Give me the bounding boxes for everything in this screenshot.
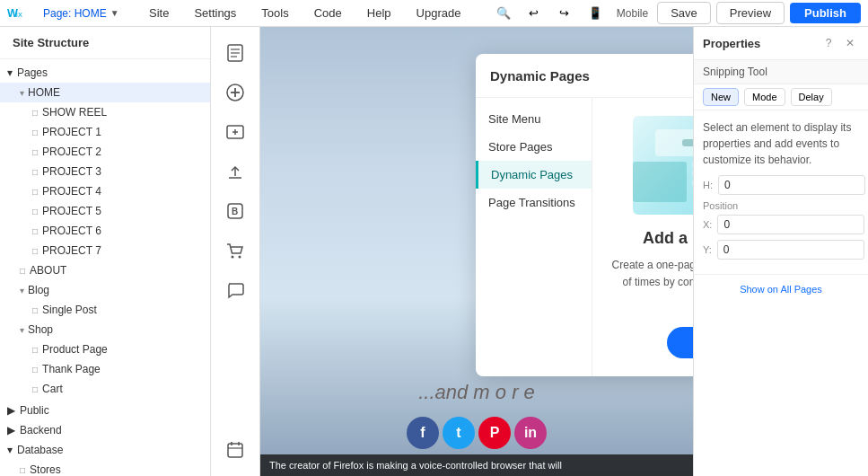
calendar-btn[interactable] [216,431,254,469]
h-label: H: [703,180,713,190]
instagram-icon[interactable]: in [514,417,547,449]
pages-expand-icon: ▾ [7,66,13,79]
page-icon-thankyou: □ [32,365,38,375]
page-icon-cart: □ [32,384,38,394]
nav-settings[interactable]: Settings [181,0,249,27]
sidebar-item-blog[interactable]: ▾ Blog [0,280,210,300]
publish-button[interactable]: Publish [790,3,861,23]
modal-main-title: Add a Dynamic Page [610,229,693,248]
nav-code[interactable]: Code [302,0,355,27]
save-button[interactable]: Save [657,2,711,24]
properties-title: Properties [703,37,760,50]
sidebar-item-about[interactable]: □ ABOUT [0,260,210,280]
nav-upgrade[interactable]: Upgrade [404,0,474,27]
mode-btn[interactable]: Mode [744,88,785,106]
snipping-tool-bar: Snipping Tool [694,60,868,84]
svg-rect-18 [228,444,242,457]
page-icon-p6: □ [32,226,38,236]
icon-toolbar: B [211,27,260,476]
chevron-down-icon[interactable]: ▼ [110,8,119,18]
sidebar-item-project7[interactable]: □ PROJECT 7 [0,241,210,260]
page-icon-p5: □ [32,207,38,216]
sidebar-item-database[interactable]: ▾ Database [0,440,210,460]
main-layout: Site Structure ▾ Pages ▾ HOME □ SHOW REE… [0,27,868,476]
shop-expand-icon: ▾ [20,325,24,335]
show-all-pages-label[interactable]: Show on All Pages [740,284,822,295]
blog-expand-icon: ▾ [20,286,24,295]
modal-nav-store-pages[interactable]: Store Pages [476,133,592,161]
page-icon-p1: □ [32,128,38,137]
sidebar-item-home[interactable]: ▾ HOME [0,83,210,102]
modal-nav-site-menu[interactable]: Site Menu [476,105,592,133]
sidebar-item-public[interactable]: ▶ Public [0,401,210,420]
sidebar-item-thank-you[interactable]: □ Thank Page [0,359,210,379]
blog-btn[interactable]: B [216,192,254,230]
chat-btn[interactable] [216,271,254,309]
page-name-link[interactable]: HOME [75,7,107,20]
upload-btn[interactable] [216,153,254,190]
sidebar-item-project2[interactable]: □ PROJECT 2 [0,142,210,162]
y-input[interactable] [717,240,864,260]
add-section-btn[interactable] [216,113,254,151]
topbar-actions: 🔍 ↩ ↪ 📱 Mobile Save Preview Publish [491,1,861,26]
show-all-pages[interactable]: Show on All Pages [694,274,868,304]
sidebar-item-project1[interactable]: □ PROJECT 1 [0,122,210,142]
sidebar-pages-section[interactable]: ▾ Pages [0,63,210,83]
sidebar-header: Site Structure [0,27,210,59]
add-to-site-button[interactable]: Add to Site [667,327,693,358]
sidebar-item-project3[interactable]: □ PROJECT 3 [0,162,210,181]
modal-nav-page-transitions[interactable]: Page Transitions [476,189,592,216]
canvas-tooltip: The creator of Firefox is making a voice… [260,454,693,476]
wix-logo: W ix [7,5,32,22]
nav-help[interactable]: Help [355,0,404,27]
y-row: Y: [703,240,859,260]
undo-icon[interactable]: ↩ [522,1,547,26]
nav-tools[interactable]: Tools [249,0,301,27]
delay-btn[interactable]: Delay [791,88,832,106]
sidebar-item-product-page[interactable]: □ Product Page [0,339,210,359]
properties-close-btn[interactable]: ✕ [841,34,859,52]
sidebar-item-project4[interactable]: □ PROJECT 4 [0,181,210,201]
new-animation-btn[interactable]: New [703,88,739,106]
search-icon[interactable]: 🔍 [491,1,516,26]
shop-btn[interactable] [216,232,254,269]
twitter-icon[interactable]: t [443,417,475,449]
sidebar-item-cart[interactable]: □ Cart [0,379,210,399]
page-icon-p7: □ [32,246,38,256]
modal-nav: Site Menu Store Pages Dynamic Pages Page… [476,98,592,376]
mobile-icon[interactable]: 📱 [583,1,608,26]
x-input[interactable] [717,215,864,234]
sidebar-item-stores[interactable]: □ Stores [0,460,210,476]
facebook-icon[interactable]: f [407,417,439,449]
sidebar-item-shop[interactable]: ▾ Shop [0,320,210,339]
sidebar-section-pages: ▾ Pages ▾ HOME □ SHOW REEL □ PROJECT 1 □… [0,59,210,476]
database-expand-icon: ▾ [7,444,13,456]
pinterest-icon[interactable]: P [478,417,511,449]
sidebar-item-project6[interactable]: □ PROJECT 6 [0,221,210,241]
public-expand-icon: ▶ [7,404,15,417]
modal-nav-dynamic-pages[interactable]: Dynamic Pages [476,161,592,189]
home-label: HOME [28,86,60,99]
pages-tool-btn[interactable] [216,34,254,72]
left-sidebar: Site Structure ▾ Pages ▾ HOME □ SHOW REE… [0,27,211,476]
pages-label: Pages [17,66,48,79]
mobile-label: Mobile [617,7,648,20]
sidebar-item-show-reel[interactable]: □ SHOW REEL [0,102,210,122]
sidebar-item-backend[interactable]: ▶ Backend [0,420,210,440]
nav-site[interactable]: Site [136,0,181,27]
h-input[interactable] [718,175,865,195]
x-label: X: [703,219,712,230]
dynamic-pages-modal: Dynamic Pages ? ✕ Site Menu Store Pages … [476,54,693,376]
sidebar-item-project5[interactable]: □ PROJECT 5 [0,201,210,221]
redo-icon[interactable]: ↪ [552,1,577,26]
modal-body: Site Menu Store Pages Dynamic Pages Page… [476,98,693,376]
properties-help-btn[interactable]: ? [820,34,837,52]
add-element-btn[interactable] [216,74,254,111]
properties-description: Select an element to display its propert… [703,119,859,168]
preview-button[interactable]: Preview [716,2,785,24]
sidebar-item-single-post[interactable]: □ Single Post [0,300,210,320]
topbar-nav: Site Settings Tools Code Help Upgrade [119,0,491,27]
modal-title: Dynamic Pages [490,68,590,84]
page-label: Page: HOME [43,7,107,20]
properties-panel: Properties ? ✕ Snipping Tool New Mode De… [693,27,868,476]
